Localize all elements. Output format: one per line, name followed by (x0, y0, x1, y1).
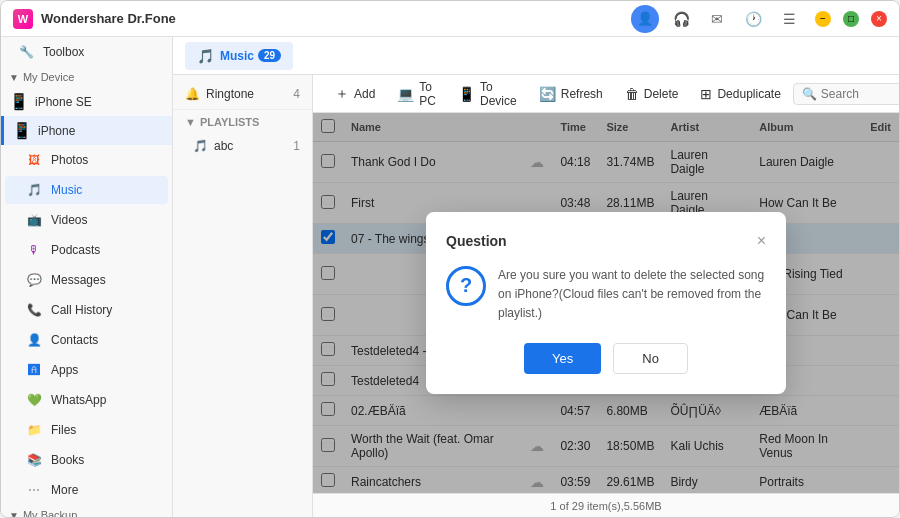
deduplicate-button[interactable]: ⊞ Deduplicate (690, 81, 790, 107)
table-container: Name Time Size Artist Album Edit (313, 113, 899, 493)
videos-icon: 📺 (25, 211, 43, 229)
to-device-label: To Device (480, 80, 517, 108)
sidebar-item-toolbox[interactable]: 🔧 Toolbox (5, 38, 168, 66)
iphone-label: iPhone (38, 124, 75, 138)
deduplicate-label: Deduplicate (717, 87, 780, 101)
to-pc-icon: 💻 (397, 86, 414, 102)
deduplicate-icon: ⊞ (700, 86, 712, 102)
toolbar: ＋ Add 💻 To PC 📱 To Device 🔄 (313, 75, 899, 113)
refresh-button[interactable]: 🔄 Refresh (529, 81, 613, 107)
sidebar: 🔧 Toolbox ▼ My Device 📱 iPhone SE 📱 iPho… (1, 37, 173, 517)
add-label: Add (354, 87, 375, 101)
sidebar-item-contacts[interactable]: 👤 Contacts (5, 326, 168, 354)
refresh-icon: 🔄 (539, 86, 556, 102)
my-backup-label: My Backup (23, 509, 77, 517)
dialog-no-button[interactable]: No (613, 343, 688, 374)
search-box[interactable]: 🔍 (793, 83, 899, 105)
iphone-se-label: iPhone SE (35, 95, 92, 109)
dialog: Question × ? Are you sure you want to de… (426, 212, 786, 395)
status-text: 1 of 29 item(s),5.56MB (550, 500, 661, 512)
files-icon: 📁 (25, 421, 43, 439)
more-icon: ⋯ (25, 481, 43, 499)
delete-label: Delete (644, 87, 679, 101)
tab-music[interactable]: 🎵 Music 29 (185, 42, 293, 70)
playlist-abc-label: abc (214, 139, 233, 153)
inner-layout: 🔔 Ringtone 4 ▼ PLAYLISTS 🎵 abc 1 (173, 75, 899, 517)
to-device-button[interactable]: 📱 To Device (448, 75, 527, 113)
search-icon: 🔍 (802, 87, 817, 101)
dialog-title: Question (446, 233, 507, 249)
podcasts-icon: 🎙 (25, 241, 43, 259)
delete-button[interactable]: 🗑 Delete (615, 81, 689, 107)
title-bar-actions: 👤 🎧 ✉ 🕐 ☰ − □ × (631, 5, 887, 33)
right-panel: ＋ Add 💻 To PC 📱 To Device 🔄 (313, 75, 899, 517)
music-icon: 🎵 (25, 181, 43, 199)
my-device-header[interactable]: ▼ My Device (1, 67, 172, 87)
toolbox-label: Toolbox (43, 45, 156, 59)
main-layout: 🔧 Toolbox ▼ My Device 📱 iPhone SE 📱 iPho… (1, 37, 899, 517)
sidebar-item-apps[interactable]: 🅰 Apps (5, 356, 168, 384)
app-title: Wondershare Dr.Fone (41, 11, 631, 26)
sidebar-item-messages[interactable]: 💬 Messages (5, 266, 168, 294)
chevron-icon: ▼ (9, 72, 19, 83)
delete-icon: 🗑 (625, 86, 639, 102)
playlists-chevron-icon: ▼ (185, 116, 196, 128)
sub-tab-ringtone[interactable]: 🔔 Ringtone 4 (173, 79, 312, 110)
ringtone-label: Ringtone (206, 87, 293, 101)
my-backup-header[interactable]: ▼ My Backup (1, 505, 172, 517)
to-pc-button[interactable]: 💻 To PC (387, 75, 446, 113)
app-window: W Wondershare Dr.Fone 👤 🎧 ✉ 🕐 ☰ − □ × 🔧 … (0, 0, 900, 518)
playlists-header[interactable]: ▼ PLAYLISTS (173, 110, 312, 134)
tab-music-count: 29 (258, 49, 281, 62)
photos-label: Photos (51, 153, 156, 167)
iphone-se-icon: 📱 (9, 92, 29, 111)
dialog-yes-button[interactable]: Yes (524, 343, 601, 374)
refresh-label: Refresh (561, 87, 603, 101)
user-avatar[interactable]: 👤 (631, 5, 659, 33)
sidebar-item-more[interactable]: ⋯ More (5, 476, 168, 504)
tab-bar: 🎵 Music 29 (173, 37, 899, 75)
playlist-icon: 🎵 (193, 139, 208, 153)
tab-music-label: Music (220, 49, 254, 63)
callhistory-label: Call History (51, 303, 156, 317)
toolbox-icon: 🔧 (17, 43, 35, 61)
mail-icon[interactable]: ✉ (703, 5, 731, 33)
sidebar-item-files[interactable]: 📁 Files (5, 416, 168, 444)
sidebar-item-iphone-se[interactable]: 📱 iPhone SE (1, 87, 172, 116)
playlist-abc[interactable]: 🎵 abc 1 (173, 134, 312, 158)
books-icon: 📚 (25, 451, 43, 469)
content-area: 🎵 Music 29 🔔 Ringtone 4 ▼ (173, 37, 899, 517)
add-button[interactable]: ＋ Add (325, 80, 385, 108)
sidebar-item-iphone[interactable]: 📱 iPhone (1, 116, 172, 145)
close-button[interactable]: × (871, 11, 887, 27)
history-icon[interactable]: 🕐 (739, 5, 767, 33)
search-input[interactable] (821, 87, 899, 101)
contacts-label: Contacts (51, 333, 156, 347)
sidebar-item-podcasts[interactable]: 🎙 Podcasts (5, 236, 168, 264)
maximize-button[interactable]: □ (843, 11, 859, 27)
status-bar: 1 of 29 item(s),5.56MB (313, 493, 899, 517)
sidebar-item-music[interactable]: 🎵 Music (5, 176, 168, 204)
iphone-icon: 📱 (12, 121, 32, 140)
sidebar-item-videos[interactable]: 📺 Videos (5, 206, 168, 234)
apps-icon: 🅰 (25, 361, 43, 379)
title-bar: W Wondershare Dr.Fone 👤 🎧 ✉ 🕐 ☰ − □ × (1, 1, 899, 37)
dialog-close-button[interactable]: × (757, 232, 766, 250)
headset-icon[interactable]: 🎧 (667, 5, 695, 33)
sidebar-item-photos[interactable]: 🖼 Photos (5, 146, 168, 174)
messages-label: Messages (51, 273, 156, 287)
menu-icon[interactable]: ☰ (775, 5, 803, 33)
dialog-question-icon: ? (446, 266, 486, 306)
dialog-message: Are you sure you want to delete the sele… (498, 266, 766, 324)
videos-label: Videos (51, 213, 156, 227)
sidebar-item-whatsapp[interactable]: 💚 WhatsApp (5, 386, 168, 414)
messages-icon: 💬 (25, 271, 43, 289)
sidebar-item-books[interactable]: 📚 Books (5, 446, 168, 474)
my-device-label: My Device (23, 71, 74, 83)
minimize-button[interactable]: − (815, 11, 831, 27)
dialog-body: ? Are you sure you want to delete the se… (446, 266, 766, 324)
ringtone-count: 4 (293, 87, 300, 101)
sidebar-item-callhistory[interactable]: 📞 Call History (5, 296, 168, 324)
ringtone-icon: 🔔 (185, 87, 200, 101)
dialog-overlay: Question × ? Are you sure you want to de… (313, 113, 899, 493)
